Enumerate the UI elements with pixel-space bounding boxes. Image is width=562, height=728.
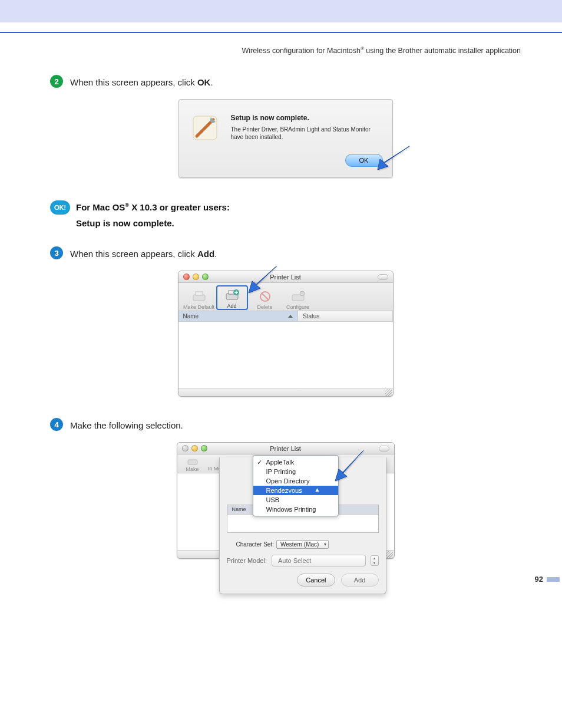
- dropdown-option[interactable]: Open Directory: [253, 476, 338, 486]
- step-3-badge: 3: [50, 246, 63, 259]
- header-band: [0, 0, 562, 22]
- printer-icon: [191, 290, 207, 303]
- configure-label: Configure: [286, 304, 309, 310]
- arrow-to-ok: [373, 145, 411, 173]
- add-printer-sheet: ✓AppleTalkIP PrintingOpen DirectoryRende…: [219, 457, 386, 594]
- printer-list-body: [178, 322, 393, 388]
- column-name[interactable]: Name: [178, 311, 299, 321]
- configure-button: Configure: [282, 285, 314, 310]
- step-3-post: .: [214, 249, 217, 259]
- make-default-stub: Make: [182, 457, 203, 472]
- check-icon: ✓: [257, 459, 262, 466]
- registered-mark: ®: [125, 202, 129, 208]
- svg-point-8: [300, 291, 305, 296]
- dropdown-option-label: Windows Printing: [266, 506, 316, 513]
- add-label: Add: [227, 303, 236, 309]
- col-name-label: Name: [183, 313, 199, 319]
- step-2: 2 When this screen appears, click OK.: [50, 75, 521, 88]
- arrow-to-rendezvous: [332, 449, 365, 485]
- dialog-title: Setup is now complete.: [231, 114, 383, 122]
- printer-model-select[interactable]: Auto Select: [272, 555, 366, 566]
- toolbar-pill-icon: [379, 446, 389, 452]
- step-2-badge: 2: [50, 75, 63, 88]
- dropdown-option[interactable]: ✓AppleTalk: [253, 457, 338, 467]
- column-status[interactable]: Status: [298, 311, 392, 321]
- dropdown-option[interactable]: IP Printing: [253, 467, 338, 476]
- connection-dropdown[interactable]: ✓AppleTalkIP PrintingOpen DirectoryRende…: [253, 455, 339, 516]
- figure-3: Printer List Make In Men ✓AppleTalkIP Pr: [50, 442, 521, 581]
- dropdown-option-label: Rendezvous: [266, 487, 302, 494]
- ok-note-line1-pre: For Mac OS: [76, 202, 125, 212]
- dropdown-option[interactable]: Rendezvous▲: [253, 486, 338, 495]
- step-2-text: When this screen appears, click OK.: [70, 75, 213, 88]
- ok-note: OK! For Mac OS® X 10.3 or greater users:…: [50, 199, 521, 231]
- add-button[interactable]: Add: [216, 285, 248, 310]
- ok-badge-icon: OK!: [50, 200, 70, 215]
- step-4-badge: 4: [50, 418, 63, 431]
- dropdown-option-label: IP Printing: [266, 468, 296, 475]
- ok-note-text: For Mac OS® X 10.3 or greater users: Set…: [76, 199, 230, 231]
- page-number-value: 92: [535, 575, 543, 584]
- cancel-button[interactable]: Cancel: [297, 574, 335, 587]
- step-3-pre: When this screen appears, click: [70, 249, 197, 259]
- dialog-body: The Printer Driver, BRAdmin Light and St…: [231, 126, 383, 141]
- charset-select[interactable]: Western (Mac): [276, 540, 329, 549]
- delete-label: Delete: [257, 304, 272, 310]
- step-3-text: When this screen appears, click Add.: [70, 246, 217, 260]
- model-stepper-icon[interactable]: ▲▼: [371, 555, 379, 566]
- figure-1: Setup is now complete. The Printer Drive…: [50, 99, 521, 178]
- installer-icon: [190, 113, 220, 143]
- step-4: 4 Make the following selection.: [50, 418, 521, 431]
- dropdown-option-label: Open Directory: [266, 477, 310, 485]
- step-3-bold: Add: [197, 249, 214, 259]
- sort-asc-icon: [288, 315, 293, 318]
- dropdown-option-label: AppleTalk: [266, 459, 295, 466]
- charset-label: Character Set:: [236, 541, 274, 548]
- header-divider: [0, 32, 562, 33]
- dropdown-option[interactable]: Windows Printing: [253, 505, 338, 514]
- dropdown-option[interactable]: USB: [253, 495, 338, 505]
- printer-icon: [187, 457, 199, 466]
- figure-2: Printer List Make Default Add Delete: [50, 271, 521, 397]
- printer-add-icon: [224, 289, 240, 302]
- running-head-post: using the Brother automatic installer ap…: [364, 47, 521, 55]
- window-title: Printer List: [178, 274, 393, 281]
- step-4-text: Make the following selection.: [70, 418, 183, 431]
- dropdown-option-label: USB: [266, 496, 280, 503]
- toolbar-pill-icon[interactable]: [378, 274, 388, 280]
- make-stub-label: Make: [186, 466, 199, 472]
- toolbar: Make Default Add Delete Configure: [178, 283, 393, 311]
- running-head: Wireless configuration for Macintosh® us…: [50, 46, 521, 55]
- setup-complete-dialog: Setup is now complete. The Printer Drive…: [178, 99, 393, 178]
- resize-handle-icon: [386, 551, 393, 558]
- step-2-post: .: [210, 77, 213, 87]
- configure-icon: [290, 290, 306, 303]
- col-status-label: Status: [303, 313, 319, 319]
- titlebar: Printer List: [178, 271, 393, 283]
- step-2-pre: When this screen appears, click: [70, 77, 197, 87]
- step-2-bold: OK: [197, 77, 211, 87]
- model-value: Auto Select: [278, 557, 311, 564]
- step-3: 3 When this screen appears, click Add.: [50, 246, 521, 260]
- column-headers: Name Status: [178, 311, 393, 322]
- charset-row: Character Set: Western (Mac): [227, 540, 379, 549]
- ok-note-line1-post: X 10.3 or greater users:: [129, 202, 230, 212]
- resize-handle-icon[interactable]: [385, 389, 392, 396]
- page-body: Wireless configuration for Macintosh® us…: [0, 46, 562, 581]
- printer-model-row: Printer Model: Auto Select ▲▼: [227, 555, 379, 566]
- add-button: Add: [341, 574, 379, 587]
- running-head-pre: Wireless configuration for Macintosh: [242, 47, 360, 55]
- window-footer: [178, 388, 393, 396]
- model-label: Printer Model:: [227, 557, 267, 564]
- page-number-accent: [547, 577, 560, 582]
- svg-rect-9: [188, 460, 197, 465]
- printer-list-window: Printer List Make Default Add Delete: [178, 271, 394, 397]
- svg-rect-2: [196, 292, 203, 295]
- ok-note-line2: Setup is now complete.: [76, 215, 230, 231]
- page-number: 92: [535, 575, 560, 584]
- arrow-to-add: [245, 265, 278, 297]
- cursor-icon: ▲: [315, 486, 320, 493]
- make-default-button: Make Default: [183, 285, 215, 310]
- make-default-label: Make Default: [183, 304, 214, 310]
